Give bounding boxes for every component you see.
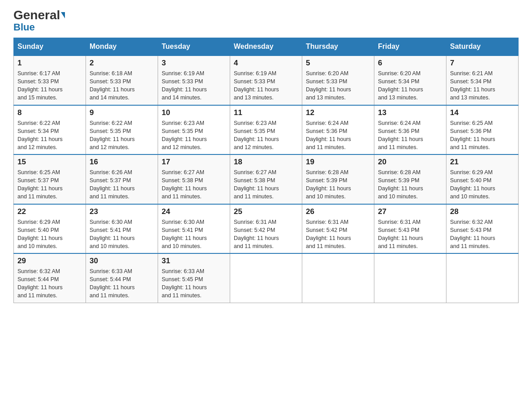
calendar-cell: 30Sunrise: 6:33 AMSunset: 5:44 PMDayligh… [86,253,158,303]
day-info: Sunrise: 6:33 AMSunset: 5:45 PMDaylight:… [162,267,226,300]
weekday-header-tuesday: Tuesday [158,38,230,56]
day-info: Sunrise: 6:26 AMSunset: 5:37 PMDaylight:… [90,168,154,201]
day-number: 3 [162,59,226,68]
day-number: 4 [234,59,298,68]
day-number: 5 [306,59,370,68]
day-info: Sunrise: 6:23 AMSunset: 5:35 PMDaylight:… [162,119,226,152]
calendar-cell: 6Sunrise: 6:20 AMSunset: 5:34 PMDaylight… [374,56,446,105]
weekday-header-wednesday: Wednesday [230,38,302,56]
day-number: 18 [234,158,298,167]
logo-blue-text: Blue [13,21,35,33]
calendar-cell: 9Sunrise: 6:22 AMSunset: 5:35 PMDaylight… [86,105,158,155]
weekday-header-friday: Friday [374,38,446,56]
calendar-week-row: 8Sunrise: 6:22 AMSunset: 5:34 PMDaylight… [14,105,519,155]
day-info: Sunrise: 6:27 AMSunset: 5:38 PMDaylight:… [162,168,226,201]
day-number: 23 [90,207,154,216]
calendar-cell: 23Sunrise: 6:30 AMSunset: 5:41 PMDayligh… [86,204,158,254]
day-number: 28 [450,207,515,216]
calendar-cell: 17Sunrise: 6:27 AMSunset: 5:38 PMDayligh… [158,154,230,204]
calendar-cell: 11Sunrise: 6:23 AMSunset: 5:35 PMDayligh… [230,105,302,155]
day-info: Sunrise: 6:18 AMSunset: 5:33 PMDaylight:… [90,69,154,102]
calendar-cell: 19Sunrise: 6:28 AMSunset: 5:39 PMDayligh… [302,154,374,204]
logo-general-text: General [13,9,60,21]
calendar-week-row: 1Sunrise: 6:17 AMSunset: 5:33 PMDaylight… [14,56,519,105]
day-number: 20 [378,158,442,167]
day-number: 15 [17,158,82,167]
day-info: Sunrise: 6:28 AMSunset: 5:39 PMDaylight:… [378,168,442,201]
calendar-cell: 2Sunrise: 6:18 AMSunset: 5:33 PMDaylight… [86,56,158,105]
day-info: Sunrise: 6:17 AMSunset: 5:33 PMDaylight:… [17,69,82,102]
day-info: Sunrise: 6:30 AMSunset: 5:41 PMDaylight:… [90,218,154,251]
day-info: Sunrise: 6:21 AMSunset: 5:34 PMDaylight:… [450,69,515,102]
calendar-cell: 7Sunrise: 6:21 AMSunset: 5:34 PMDaylight… [446,56,519,105]
calendar-cell: 18Sunrise: 6:27 AMSunset: 5:38 PMDayligh… [230,154,302,204]
day-info: Sunrise: 6:19 AMSunset: 5:33 PMDaylight:… [234,69,298,102]
day-info: Sunrise: 6:25 AMSunset: 5:37 PMDaylight:… [17,168,82,201]
day-number: 31 [162,257,226,265]
day-info: Sunrise: 6:27 AMSunset: 5:38 PMDaylight:… [234,168,298,201]
day-info: Sunrise: 6:29 AMSunset: 5:40 PMDaylight:… [450,168,515,201]
calendar-cell: 1Sunrise: 6:17 AMSunset: 5:33 PMDaylight… [14,56,86,105]
day-info: Sunrise: 6:32 AMSunset: 5:44 PMDaylight:… [17,267,82,300]
day-info: Sunrise: 6:23 AMSunset: 5:35 PMDaylight:… [234,119,298,152]
day-info: Sunrise: 6:24 AMSunset: 5:36 PMDaylight:… [306,119,370,152]
weekday-header-monday: Monday [86,38,158,56]
day-info: Sunrise: 6:29 AMSunset: 5:40 PMDaylight:… [17,218,82,251]
day-number: 26 [306,207,370,216]
calendar-cell: 25Sunrise: 6:31 AMSunset: 5:42 PMDayligh… [230,204,302,254]
day-number: 1 [17,59,82,68]
logo-triangle-icon [61,12,65,18]
calendar-cell: 16Sunrise: 6:26 AMSunset: 5:37 PMDayligh… [86,154,158,204]
calendar-table: SundayMondayTuesdayWednesdayThursdayFrid… [13,38,519,303]
weekday-header-thursday: Thursday [302,38,374,56]
calendar-cell: 5Sunrise: 6:20 AMSunset: 5:33 PMDaylight… [302,56,374,105]
calendar-cell: 13Sunrise: 6:24 AMSunset: 5:36 PMDayligh… [374,105,446,155]
calendar-cell: 8Sunrise: 6:22 AMSunset: 5:34 PMDaylight… [14,105,86,155]
day-info: Sunrise: 6:19 AMSunset: 5:33 PMDaylight:… [162,69,226,102]
day-info: Sunrise: 6:22 AMSunset: 5:34 PMDaylight:… [17,119,82,152]
calendar-cell: 20Sunrise: 6:28 AMSunset: 5:39 PMDayligh… [374,154,446,204]
day-info: Sunrise: 6:20 AMSunset: 5:33 PMDaylight:… [306,69,370,102]
day-number: 12 [306,108,370,117]
calendar-cell: 22Sunrise: 6:29 AMSunset: 5:40 PMDayligh… [14,204,86,254]
day-number: 13 [378,108,442,117]
day-number: 16 [90,158,154,167]
weekday-header-saturday: Saturday [446,38,519,56]
weekday-header-sunday: Sunday [14,38,86,56]
page-header: General Blue [13,9,519,33]
calendar-cell: 28Sunrise: 6:32 AMSunset: 5:43 PMDayligh… [446,204,519,254]
calendar-cell: 21Sunrise: 6:29 AMSunset: 5:40 PMDayligh… [446,154,519,204]
day-number: 29 [17,257,82,265]
day-number: 7 [450,59,515,68]
day-number: 19 [306,158,370,167]
calendar-cell: 31Sunrise: 6:33 AMSunset: 5:45 PMDayligh… [158,253,230,303]
calendar-week-row: 29Sunrise: 6:32 AMSunset: 5:44 PMDayligh… [14,253,519,303]
day-info: Sunrise: 6:33 AMSunset: 5:44 PMDaylight:… [90,267,154,300]
day-info: Sunrise: 6:31 AMSunset: 5:42 PMDaylight:… [306,218,370,251]
day-number: 22 [17,207,82,216]
logo: General Blue [13,9,65,33]
day-number: 27 [378,207,442,216]
calendar-cell: 27Sunrise: 6:31 AMSunset: 5:43 PMDayligh… [374,204,446,254]
calendar-cell: 4Sunrise: 6:19 AMSunset: 5:33 PMDaylight… [230,56,302,105]
calendar-cell: 24Sunrise: 6:30 AMSunset: 5:41 PMDayligh… [158,204,230,254]
day-info: Sunrise: 6:22 AMSunset: 5:35 PMDaylight:… [90,119,154,152]
calendar-cell: 10Sunrise: 6:23 AMSunset: 5:35 PMDayligh… [158,105,230,155]
day-info: Sunrise: 6:30 AMSunset: 5:41 PMDaylight:… [162,218,226,251]
day-number: 6 [378,59,442,68]
day-number: 17 [162,158,226,167]
calendar-cell [446,253,519,303]
day-number: 30 [90,257,154,265]
calendar-cell: 26Sunrise: 6:31 AMSunset: 5:42 PMDayligh… [302,204,374,254]
calendar-cell [302,253,374,303]
day-number: 8 [17,108,82,117]
calendar-cell: 15Sunrise: 6:25 AMSunset: 5:37 PMDayligh… [14,154,86,204]
day-info: Sunrise: 6:32 AMSunset: 5:43 PMDaylight:… [450,218,515,251]
calendar-header-row: SundayMondayTuesdayWednesdayThursdayFrid… [14,38,519,56]
day-number: 25 [234,207,298,216]
day-number: 14 [450,108,515,117]
calendar-week-row: 15Sunrise: 6:25 AMSunset: 5:37 PMDayligh… [14,154,519,204]
day-number: 11 [234,108,298,117]
calendar-cell [230,253,302,303]
calendar-cell: 29Sunrise: 6:32 AMSunset: 5:44 PMDayligh… [14,253,86,303]
